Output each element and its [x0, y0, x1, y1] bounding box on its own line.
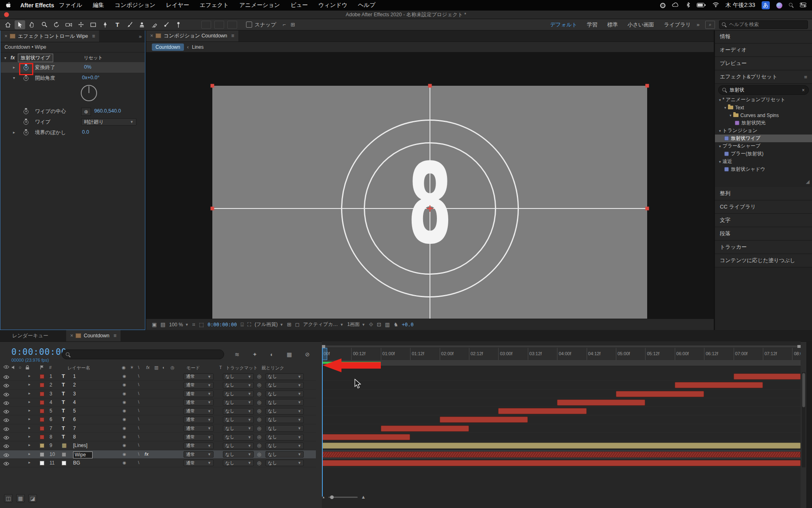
quality-switch-icon[interactable]: \ [138, 382, 139, 387]
parent-column-header[interactable]: 親とリンク [261, 365, 284, 371]
label-color-chip[interactable] [40, 400, 44, 405]
scrollbar-thumb[interactable] [802, 373, 805, 407]
composition-stage[interactable]: 8 [212, 86, 647, 319]
layer-anchor-point[interactable] [427, 205, 433, 212]
layer-row-8[interactable]: ▸8T8◉\通常▼なし▼◎なし▼ [0, 433, 316, 441]
preset-item[interactable]: ▾遠近 [715, 158, 812, 165]
pickwhip-icon[interactable]: ◎ [257, 426, 261, 431]
puppet-tool[interactable] [173, 20, 184, 29]
parent-link-dropdown[interactable]: なし▼ [266, 382, 304, 389]
pickwhip-icon[interactable]: ◎ [257, 452, 261, 457]
label-color-chip[interactable] [40, 435, 44, 439]
resolution-dropdown[interactable]: (フル画質)▼ [255, 321, 283, 328]
parent-link-dropdown[interactable]: なし▼ [266, 451, 304, 458]
menubar-app-name[interactable]: After Effects [20, 2, 54, 9]
panel-header-整列[interactable]: 整列 [715, 187, 812, 200]
motion-blur-column-icon[interactable]: ◐ [162, 365, 165, 370]
fx-switch-icon[interactable]: fx [145, 452, 149, 456]
rulers-icon[interactable]: ⌗ [192, 321, 195, 328]
layer-bar-7[interactable] [381, 426, 469, 432]
layer-bar-3[interactable] [616, 391, 704, 397]
caret-down-icon[interactable]: ▾ [3, 56, 8, 60]
collapse-switch-icon[interactable]: ◉ [123, 408, 126, 413]
orbit-tool[interactable] [51, 20, 62, 29]
caret-right-icon[interactable]: ▸ [13, 65, 15, 69]
collapse-switch-icon[interactable]: ◉ [123, 382, 126, 387]
layer-name[interactable]: 8 [73, 434, 76, 440]
layer-name[interactable]: 3 [73, 391, 76, 397]
panel-header-情報[interactable]: 情報 [715, 30, 812, 43]
quality-switch-icon[interactable]: \ [138, 426, 139, 430]
layer-bar-Wipe[interactable] [322, 452, 801, 458]
expander-icon[interactable]: ▸ [28, 382, 30, 386]
layer-row-[Lines][interactable]: ▸9▦[Lines]◉\通常▼なし▼◎なし▼ [0, 441, 316, 450]
label-color-chip[interactable] [40, 374, 44, 379]
angle-dial[interactable] [81, 85, 97, 101]
expander-icon[interactable]: ▸ [28, 460, 30, 465]
apple-menu-icon[interactable] [6, 2, 11, 9]
pan-behind-tool[interactable] [76, 20, 86, 29]
panel-header-CC ライブラリ[interactable]: CC ライブラリ [715, 200, 812, 214]
close-icon[interactable]: × [70, 333, 73, 339]
panel-header-段落[interactable]: 段落 [715, 227, 812, 241]
transparency-grid-icon[interactable]: ◻ [295, 321, 300, 328]
caret-down-icon[interactable]: ▾ [719, 98, 721, 102]
track-matte-dropdown[interactable]: なし▼ [223, 434, 254, 441]
eraser-tool[interactable] [149, 20, 159, 29]
panel-menu-icon[interactable]: ≡ [114, 333, 117, 339]
layer-row-4[interactable]: ▸4T4◉\通常▼なし▼◎なし▼ [0, 398, 316, 407]
prop-value[interactable]: 0% [84, 64, 91, 70]
timeline-track-BG[interactable] [322, 459, 801, 467]
control-center-icon[interactable] [800, 2, 806, 9]
expander-icon[interactable]: ▸ [28, 408, 30, 412]
expander-icon[interactable]: ▸ [28, 452, 30, 456]
shape-tool[interactable] [88, 20, 98, 29]
label-color-chip[interactable] [40, 392, 44, 396]
view-layout-dropdown[interactable]: 1画面▼ [347, 321, 365, 328]
parent-link-dropdown[interactable]: なし▼ [266, 391, 304, 397]
workspace-学習[interactable]: 学習 [587, 21, 598, 28]
pickwhip-icon[interactable]: ◎ [257, 391, 261, 397]
menu-item[interactable]: ファイル [59, 2, 82, 9]
effect-name[interactable]: 放射状ワイプ [18, 54, 53, 62]
expander-icon[interactable]: ▸ [28, 373, 30, 378]
bluetooth-icon[interactable] [686, 2, 690, 9]
workspace-search-button[interactable]: ⌕ [705, 21, 715, 29]
panel-header-トラッカー[interactable]: トラッカー [715, 241, 812, 254]
eye-icon[interactable] [3, 392, 9, 398]
tab-render-queue[interactable]: レンダーキュー [0, 330, 52, 341]
composition-mini-flowchart-icon[interactable]: ≋ [235, 351, 240, 358]
timeline-track-[Lines][interactable] [322, 441, 801, 450]
menubar-clock[interactable]: 木 午後2:33 [726, 2, 755, 9]
eye-icon[interactable] [3, 409, 9, 415]
workspace-デフォルト[interactable]: デフォルト [550, 21, 577, 28]
breadcrumb-comp[interactable]: Countdown [152, 43, 184, 51]
menu-item[interactable]: ビュー [290, 2, 308, 9]
show-snapshot-icon[interactable]: ⛶ [247, 321, 251, 328]
parent-link-dropdown[interactable]: なし▼ [266, 434, 304, 441]
help-search-input[interactable]: ヘルプを検索 [719, 20, 808, 29]
brush-tool[interactable] [124, 20, 135, 29]
panel-header-文字[interactable]: 文字 [715, 214, 812, 227]
timeline-track-4[interactable] [322, 398, 801, 407]
mode-dropdown[interactable]: 通常▼ [184, 391, 214, 397]
pickwhip-icon[interactable]: ◎ [257, 417, 261, 422]
stopwatch-icon[interactable] [24, 76, 28, 81]
composition-viewer[interactable]: 8 [146, 52, 714, 319]
hand-tool[interactable] [27, 20, 37, 29]
eye-icon[interactable] [3, 383, 9, 389]
preset-item[interactable]: 放射状シャドウ [715, 165, 812, 173]
eye-icon[interactable] [3, 374, 9, 380]
prop-row-wipe-center[interactable]: ワイプの中心 ⊕ 960.0,540.0 [1, 106, 145, 117]
layer-name[interactable]: 2 [73, 382, 76, 388]
menu-item[interactable]: 編集 [93, 2, 104, 9]
timeline-track-5[interactable] [322, 407, 801, 415]
selection-handle[interactable] [211, 84, 214, 88]
timeline-track-3[interactable] [322, 390, 801, 398]
timeline-button-icon[interactable]: ▥ [385, 321, 390, 328]
preset-item[interactable]: ブラー(放射状) [715, 150, 812, 158]
prop-value[interactable]: 0.0 [82, 129, 89, 135]
eye-icon[interactable] [3, 426, 9, 432]
selection-handle[interactable] [646, 84, 649, 88]
timeline-track-1[interactable] [322, 372, 801, 381]
